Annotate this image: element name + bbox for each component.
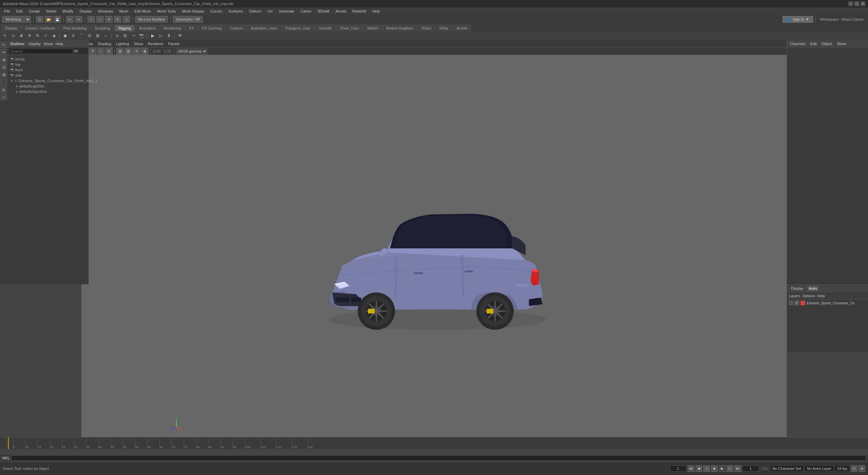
outliner-show-menu[interactable]: Show xyxy=(43,42,53,46)
no-character-set[interactable]: No Character Set xyxy=(770,466,804,472)
camera-btn[interactable]: 📷 xyxy=(138,32,145,39)
viewport-shading-menu[interactable]: Shading xyxy=(96,42,113,46)
vp-shading-btn[interactable]: ▤ xyxy=(116,48,124,55)
close-button[interactable]: ✕ xyxy=(861,1,865,6)
rotate-btn[interactable]: ↻ xyxy=(114,16,121,23)
tool5-btn[interactable]: ⊹ xyxy=(0,94,7,100)
vp-texture-btn[interactable]: ▥ xyxy=(124,48,132,55)
snap-curve-btn[interactable]: ⌒ xyxy=(78,32,85,39)
go-to-start-btn[interactable]: ⏮ xyxy=(688,465,694,472)
paint-select-btn[interactable]: ⊕ xyxy=(18,32,25,39)
sign-in-btn[interactable]: 👤 Sign In ▼ xyxy=(783,16,813,23)
tab-arnold[interactable]: Arnold xyxy=(453,25,471,31)
render-btn[interactable]: ▶ xyxy=(149,32,156,39)
save-btn[interactable]: 💾 xyxy=(54,16,61,23)
vp-shadow-btn[interactable]: ◑ xyxy=(141,48,148,55)
module-dropdown[interactable]: Modeling Rigging Animation FX Rendering xyxy=(2,16,31,23)
tab-animation[interactable]: Animation xyxy=(135,25,159,31)
symmetry-btn[interactable]: Symmetry: Off xyxy=(173,16,203,23)
scale-tool-btn[interactable]: ⤢ xyxy=(42,32,50,39)
help-label[interactable]: Help xyxy=(817,294,825,298)
new-scene-btn[interactable]: 🗋 xyxy=(36,16,43,23)
viewport-panels-menu[interactable]: Panels xyxy=(167,42,181,46)
menu-modify[interactable]: Modify xyxy=(60,8,76,14)
tab-sculpting[interactable]: Sculpting xyxy=(91,25,114,31)
go-to-end-btn[interactable]: ⏭ xyxy=(734,465,741,472)
menu-generate[interactable]: Generate xyxy=(276,8,297,14)
mel-input[interactable] xyxy=(11,455,866,461)
viewport-canvas[interactable]: Y X Z persp xyxy=(81,55,787,442)
selection-tool-btn[interactable]: ↖ xyxy=(1,32,9,39)
timeline-ticks[interactable]: 1 5 10 15 20 25 30 35 40 45 50 55 60 65 … xyxy=(0,437,868,449)
rotate-tool-btn[interactable]: ↻ xyxy=(34,32,41,39)
universal-manip-btn[interactable]: ◈ xyxy=(50,32,58,39)
menu-file[interactable]: File xyxy=(1,8,13,14)
tab-smooth[interactable]: Smooth xyxy=(315,25,335,31)
tab-poly-modeling[interactable]: Poly Modeling xyxy=(60,25,91,31)
tab-motion-graphics[interactable]: Motion Graphics xyxy=(382,25,417,31)
menu-edit[interactable]: Edit xyxy=(14,8,25,14)
snap-view-btn[interactable]: ⊞ xyxy=(94,32,101,39)
menu-edit-mesh[interactable]: Edit Mesh xyxy=(132,8,154,14)
layer-visible-checkbox[interactable] xyxy=(789,301,793,305)
tool2-btn[interactable]: ⊞ xyxy=(0,71,7,78)
outliner-help-menu[interactable]: Help xyxy=(56,42,63,46)
menu-surfaces[interactable]: Surfaces xyxy=(226,8,246,14)
move-btn[interactable]: ✛ xyxy=(105,16,113,23)
menu-create[interactable]: Create xyxy=(26,8,43,14)
stop-btn[interactable]: ■ xyxy=(711,465,718,472)
lasso-tool-btn[interactable]: ⊃ xyxy=(9,32,17,39)
viewport-show-menu[interactable]: Show xyxy=(133,42,145,46)
tab-custom[interactable]: Custom xyxy=(226,25,246,31)
layer-color-swatch[interactable] xyxy=(801,301,805,305)
play-back-btn[interactable]: ◁ xyxy=(703,465,710,472)
menu-3dtooall[interactable]: 3DtoAll xyxy=(315,8,332,14)
tab-rigging[interactable]: Rigging xyxy=(115,25,135,31)
edit-tab[interactable]: Edit xyxy=(809,41,818,46)
soft-select-btn[interactable]: ◉ xyxy=(61,32,69,39)
menu-uv[interactable]: UV xyxy=(265,8,275,14)
construction-btn[interactable]: ⊟ xyxy=(121,32,129,39)
tab-display[interactable]: Display xyxy=(1,25,21,31)
outliner-item-front[interactable]: 📷 front xyxy=(7,67,88,73)
tab-polygons-user[interactable]: Polygons_User xyxy=(282,25,315,31)
tool4-btn[interactable]: ◎ xyxy=(0,86,7,93)
step-forward-btn[interactable]: ▷ xyxy=(727,465,733,472)
tab-rendering[interactable]: Rendering xyxy=(160,25,185,31)
layer-playback-btn[interactable]: P xyxy=(794,301,799,305)
tab-vray[interactable]: VRay xyxy=(436,25,452,31)
no-anim-layer[interactable]: No Anim Layer xyxy=(805,466,834,472)
tab-curves-surfaces[interactable]: Curves / Surfaces xyxy=(22,25,59,31)
menu-mesh[interactable]: Mesh xyxy=(116,8,131,14)
tool3-btn[interactable]: ⬛ xyxy=(0,79,7,86)
anim-tab[interactable]: Anim xyxy=(807,286,818,291)
menu-select[interactable]: Select xyxy=(43,8,59,14)
history-btn[interactable]: ⎊ xyxy=(113,32,121,39)
search-input[interactable] xyxy=(9,49,73,54)
outliner-item-top[interactable]: 📷 top xyxy=(7,62,88,67)
menu-help[interactable]: Help xyxy=(370,8,383,14)
show-tab[interactable]: Show xyxy=(835,41,848,46)
play-forward-btn[interactable]: ▶ xyxy=(719,465,726,472)
auto-key-btn[interactable]: ⊡ xyxy=(851,465,857,472)
sculpt-btn[interactable]: ⊕ xyxy=(0,56,7,63)
tab-mash[interactable]: MASH xyxy=(364,25,382,31)
paint-btn[interactable]: ✏ xyxy=(0,49,7,56)
show-hide-btn[interactable]: 👁 xyxy=(176,32,184,39)
snap-point-btn[interactable]: ⊡ xyxy=(86,32,93,39)
outliner-item-objectset[interactable]: ◈ defaultObjectSet xyxy=(7,89,88,94)
viewport-renderer-menu[interactable]: Renderer xyxy=(146,42,165,46)
outliner-item-side[interactable]: 📷 side xyxy=(7,73,88,78)
no-live-surface-btn[interactable]: No Live Surface xyxy=(135,16,168,23)
menu-cache[interactable]: Cache xyxy=(298,8,314,14)
viewport-lighting-menu[interactable]: Lighting xyxy=(115,42,131,46)
outliner-item-persp[interactable]: 📷 persp xyxy=(7,56,88,62)
vp-smooth-btn[interactable]: ◎ xyxy=(105,48,113,55)
vp-light-btn[interactable]: ☀ xyxy=(133,48,140,55)
mirror-btn[interactable]: ⊣ xyxy=(130,32,137,39)
tab-xgen[interactable]: XGen xyxy=(418,25,435,31)
object-tab[interactable]: Object xyxy=(820,41,833,46)
gamma-select[interactable]: sRGB gamma xyxy=(176,48,208,54)
menu-deform[interactable]: Deform xyxy=(246,8,264,14)
start-frame-input[interactable] xyxy=(670,466,687,472)
